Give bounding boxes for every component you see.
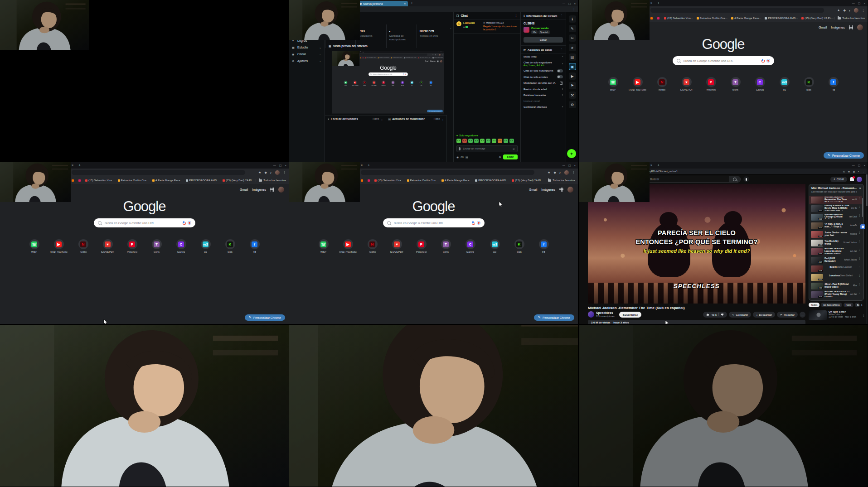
- shortcut[interactable]: f FB: [823, 77, 844, 91]
- address-bar[interactable]: [361, 170, 534, 175]
- new-tab-icon[interactable]: [78, 163, 81, 168]
- close-icon[interactable]: [574, 164, 576, 167]
- channel-avatar[interactable]: [588, 311, 594, 318]
- extension-icon[interactable]: [843, 9, 845, 12]
- tab-close-icon[interactable]: [650, 1, 652, 5]
- bookmark[interactable]: [650, 17, 654, 19]
- minimize-icon[interactable]: [852, 1, 855, 5]
- more-actions-icon[interactable]: [800, 312, 805, 318]
- emote[interactable]: [509, 139, 514, 143]
- item-menu-icon[interactable]: [858, 257, 861, 260]
- clip-button[interactable]: Recortar: [777, 312, 798, 318]
- toolbar-icon[interactable]: #: [569, 44, 576, 51]
- theme-icon[interactable]: [270, 171, 272, 174]
- playlist-item[interactable]: 3:25 "A man, a man, a man..." / Toya B. …: [809, 222, 862, 230]
- item-menu-icon[interactable]: [858, 214, 861, 217]
- profile-icon[interactable]: [564, 170, 569, 175]
- emoji-icon[interactable]: [512, 147, 515, 150]
- apps-grid-icon[interactable]: [437, 61, 438, 62]
- shortcut[interactable]: T tetris: [436, 239, 456, 253]
- item-menu-icon[interactable]: [858, 248, 861, 251]
- filter-chip[interactable]: Bandas sono...: [855, 303, 859, 307]
- tab-close-icon[interactable]: [72, 164, 73, 167]
- shortcut[interactable]: w3 w3: [485, 239, 505, 253]
- channel-action[interactable]: Chat de solo-seguidores 4 m, 1 sem., 4 d…: [521, 59, 566, 68]
- notifications-icon[interactable]: [850, 177, 854, 181]
- emote[interactable]: [486, 139, 490, 143]
- gmail-link[interactable]: Gmail: [529, 188, 537, 191]
- scrollbar[interactable]: [862, 198, 863, 217]
- info-menu-icon[interactable]: [560, 14, 563, 17]
- bookmark[interactable]: [78, 179, 82, 182]
- toolbar-icon[interactable]: ⚙: [569, 101, 576, 108]
- attach-icon[interactable]: [466, 155, 468, 159]
- item-menu-icon[interactable]: [858, 265, 861, 268]
- extension-button[interactable]: [860, 224, 865, 229]
- bookmark[interactable]: (15) Sebastián Ytra...: [365, 57, 377, 58]
- bookmark[interactable]: (15) Sebastián Ytra...: [374, 179, 403, 182]
- window-controls[interactable]: [563, 164, 576, 167]
- bookmark[interactable]: (15) (Very Bad) YA PL...: [512, 179, 543, 182]
- shortcut[interactable]: ▶ (701) YouTube: [627, 77, 648, 91]
- emote[interactable]: [468, 139, 473, 143]
- menu-icon[interactable]: [442, 54, 443, 55]
- channel-action[interactable]: Configurar objetivos: [521, 104, 566, 110]
- shortcut[interactable]: ♥ ILOVEPDF: [387, 239, 407, 253]
- shortcut[interactable]: f FB: [244, 239, 265, 253]
- description-box[interactable]: 2.6 M de vistas hace 3 años: [588, 320, 805, 324]
- download-button[interactable]: Descargar: [753, 312, 775, 318]
- all-bookmarks[interactable]: Todos los favoritos: [432, 57, 444, 58]
- bookmark-star-icon[interactable]: [258, 171, 261, 174]
- filter-chip[interactable]: Todos: [809, 303, 820, 307]
- address-bar[interactable]: [360, 54, 427, 56]
- bookmark[interactable]: (15) Sebastián Ytra...: [85, 179, 114, 182]
- close-icon[interactable]: [863, 1, 865, 5]
- playlist-item[interactable]: 2:59 Junior Senior - move your feet emul…: [809, 230, 862, 239]
- menu-icon[interactable]: [862, 170, 865, 173]
- share-button[interactable]: Compartir: [729, 312, 751, 318]
- window-controls[interactable]: [438, 51, 443, 53]
- shortcut[interactable]: f FB: [427, 81, 435, 86]
- images-link[interactable]: Imágenes: [252, 188, 266, 191]
- playlist-item[interactable]: 4:55 Brandy & Monica - The Boy Is Mine (…: [809, 204, 862, 213]
- playlist-item[interactable]: 3:59 Michael Jackson - P.Y.T. (Pretty Yo…: [809, 290, 862, 299]
- bookmark[interactable]: PROCESADORA AMD...: [475, 179, 508, 182]
- gifter-leaderboard[interactable]: 1 LulSukii 1 MatadoRex123 Regala 1 suscr…: [454, 19, 520, 34]
- customize-chrome-button[interactable]: Personalizar Chrome: [534, 314, 574, 321]
- search-input[interactable]: [104, 221, 180, 225]
- shortcut[interactable]: K kick: [220, 239, 241, 253]
- maximize-icon[interactable]: [441, 51, 441, 53]
- search-bar[interactable]: [647, 176, 741, 183]
- emote[interactable]: [492, 139, 496, 143]
- filter-chip[interactable]: De Speechless: [821, 303, 842, 307]
- customize-chrome-button[interactable]: Personalizar Chrome: [824, 152, 864, 159]
- toolbar-icon[interactable]: ▤: [569, 53, 576, 61]
- channel-action[interactable]: Modo lento: [521, 53, 566, 59]
- bookmark[interactable]: 4 Parte Manga Face...: [441, 179, 471, 182]
- toolbar-icon[interactable]: ✎: [569, 25, 576, 32]
- bookmark[interactable]: [360, 57, 361, 58]
- apps-grid-icon[interactable]: [849, 25, 853, 29]
- playlist-item[interactable]: 4:07 Bad (2012 Remaster) Michael Jackson: [809, 256, 862, 265]
- extension-icon[interactable]: [553, 171, 556, 174]
- stats-menu-icon[interactable]: [449, 25, 452, 29]
- bookmark-star-icon[interactable]: [837, 9, 840, 12]
- new-tab-icon[interactable]: [657, 163, 659, 168]
- profile-icon[interactable]: [439, 54, 441, 56]
- voice-search-icon[interactable]: [743, 176, 749, 182]
- bookmark[interactable]: [657, 17, 660, 19]
- gmail-link[interactable]: Gmail: [240, 188, 248, 191]
- page-scrollbar[interactable]: [866, 174, 868, 324]
- shortcut[interactable]: N netflix: [360, 81, 369, 86]
- moderator-filter-button[interactable]: Filtro: [434, 117, 440, 121]
- avatar[interactable]: [440, 60, 442, 63]
- shortcut[interactable]: ☏ WSP: [313, 239, 334, 253]
- subscribe-button[interactable]: Suscribirse: [619, 312, 642, 318]
- sidebar-item[interactable]: ▦ Estudio ⌄: [289, 44, 324, 51]
- window-controls[interactable]: [852, 1, 865, 5]
- shortcut[interactable]: P Pinterest: [411, 239, 432, 253]
- chat-settings-icon[interactable]: [499, 155, 501, 159]
- shortcut[interactable]: ▶ (701) YouTube: [351, 81, 359, 86]
- bookmark[interactable]: [368, 179, 371, 182]
- menu-icon[interactable]: [862, 9, 865, 12]
